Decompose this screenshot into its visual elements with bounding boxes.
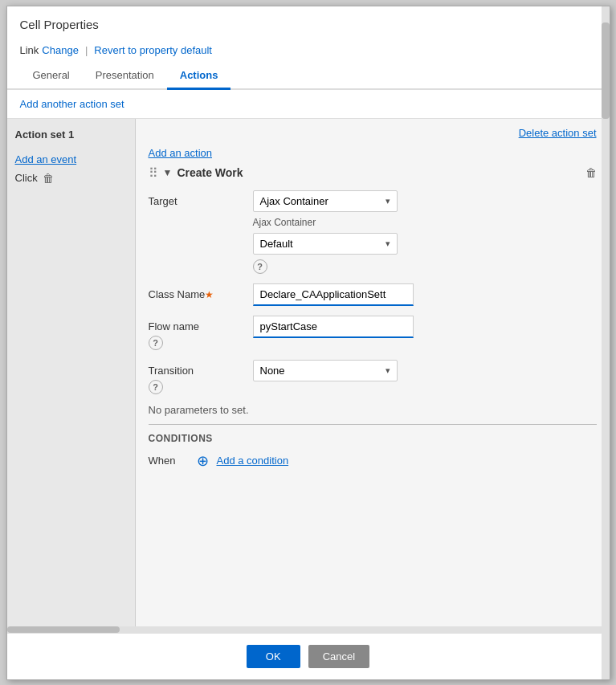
horizontal-scrollbar-thumb[interactable] <box>7 626 120 633</box>
event-row: Click 🗑 <box>15 172 127 185</box>
transition-control: None ▾ <box>253 360 597 381</box>
add-condition-link[interactable]: Add a condition <box>217 455 289 467</box>
vertical-scrollbar[interactable] <box>602 6 610 679</box>
target-select-value: Ajax Container <box>260 195 328 207</box>
action-title: Create Work <box>177 166 580 179</box>
action-trash-icon[interactable]: 🗑 <box>585 166 597 179</box>
ok-button[interactable]: OK <box>247 645 300 668</box>
add-action-link[interactable]: Add an action <box>149 147 597 159</box>
event-label: Click <box>15 172 38 184</box>
expand-icon[interactable]: ▼ <box>163 167 173 178</box>
link-change[interactable]: Change <box>42 44 79 56</box>
transition-select[interactable]: None ▾ <box>253 360 398 381</box>
delete-action-set-link[interactable]: Delete action set <box>519 127 597 139</box>
target-select-arrow: ▾ <box>386 196 390 206</box>
flowname-help-icon[interactable]: ? <box>149 336 163 350</box>
target-label: Target <box>149 190 253 207</box>
action-header: ⠿ ▼ Create Work 🗑 <box>149 165 597 181</box>
dialog-title: Cell Properties <box>7 6 610 39</box>
classname-control <box>253 283 597 306</box>
default-select-arrow: ▾ <box>386 239 390 249</box>
tab-presentation[interactable]: Presentation <box>83 63 167 90</box>
add-action-set-row: Add another action set <box>7 90 610 118</box>
conditions-section: CONDITIONS When ⊕ Add a condition <box>149 424 597 470</box>
when-label: When <box>149 455 189 467</box>
flowname-input[interactable] <box>253 316 414 338</box>
tab-general[interactable]: General <box>20 63 83 90</box>
tabs: General Presentation Actions <box>7 63 610 90</box>
flowname-control <box>253 316 597 338</box>
target-help-icon[interactable]: ? <box>253 259 267 274</box>
add-event-link[interactable]: Add an event <box>15 153 127 165</box>
target-row: Target Ajax Container ▾ Ajax Container D… <box>149 190 597 274</box>
link-revert[interactable]: Revert to property default <box>94 44 212 56</box>
target-sub-label: Ajax Container <box>253 217 597 228</box>
horizontal-scrollbar[interactable] <box>7 626 610 633</box>
flowname-label: Flow name ? <box>149 316 253 350</box>
footer: OK Cancel <box>7 633 610 679</box>
required-star: ★ <box>205 289 214 300</box>
classname-input[interactable] <box>253 283 414 306</box>
transition-select-value: None <box>260 365 285 377</box>
classname-row: Class Name★ <box>149 283 597 306</box>
link-label: Link <box>20 44 39 56</box>
flowname-row: Flow name ? <box>149 316 597 350</box>
classname-label: Class Name★ <box>149 283 253 300</box>
default-select[interactable]: Default ▾ <box>253 233 398 255</box>
cancel-button[interactable]: Cancel <box>308 645 369 668</box>
when-row: When ⊕ Add a condition <box>149 452 597 470</box>
no-params-text: No parameters to set. <box>149 404 597 416</box>
tab-actions[interactable]: Actions <box>167 63 231 90</box>
cell-properties-dialog: Cell Properties Link Change | Revert to … <box>6 6 610 680</box>
transition-select-arrow: ▾ <box>386 365 390 376</box>
action-set-title: Action set 1 <box>15 128 127 141</box>
drag-handle-icon[interactable]: ⠿ <box>149 165 158 181</box>
sidebar: Action set 1 Add an event Click 🗑 <box>7 119 136 626</box>
event-trash-icon[interactable]: 🗑 <box>43 172 54 185</box>
delete-action-row: Delete action set <box>149 127 597 139</box>
link-row: Link Change | Revert to property default <box>7 39 610 63</box>
target-control: Ajax Container ▾ Ajax Container Default … <box>253 190 597 274</box>
target-sub-wrap: Ajax Container Default ▾ <box>253 217 597 255</box>
main-panel: Delete action set Add an action ⠿ ▼ Crea… <box>136 119 610 626</box>
conditions-title: CONDITIONS <box>149 433 597 444</box>
scrollbar-thumb[interactable] <box>602 22 610 119</box>
transition-help-icon[interactable]: ? <box>149 380 163 394</box>
transition-label: Transition ? <box>149 360 253 394</box>
add-condition-icon[interactable]: ⊕ <box>197 452 209 470</box>
target-select[interactable]: Ajax Container ▾ <box>253 190 398 212</box>
content-area: Action set 1 Add an event Click 🗑 Delete… <box>7 118 610 626</box>
transition-row: Transition ? None ▾ <box>149 360 597 394</box>
default-select-value: Default <box>260 238 293 250</box>
link-pipe: | <box>85 44 88 56</box>
add-action-set-link[interactable]: Add another action set <box>20 98 124 110</box>
